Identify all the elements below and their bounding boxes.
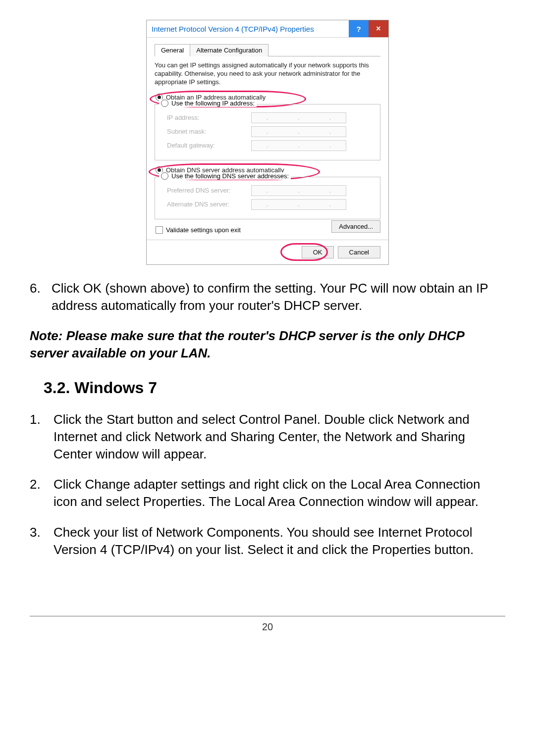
label-ip-address: IP address: <box>167 114 251 121</box>
advanced-button[interactable]: Advanced... <box>331 220 380 233</box>
radio-icon <box>161 100 168 107</box>
label-alternate-dns: Alternate DNS server: <box>167 201 251 208</box>
ipv4-properties-dialog: Internet Protocol Version 4 (TCP/IPv4) P… <box>146 20 389 265</box>
checkbox-label: Validate settings upon exit <box>166 226 241 234</box>
radio-use-following-dns[interactable]: Use the following DNS server addresses: <box>171 172 289 180</box>
label-default-gateway: Default gateway: <box>167 142 251 149</box>
input-ip-address[interactable]: ... <box>251 112 346 123</box>
list-text: Click Change adapter settings and right … <box>52 476 505 510</box>
list-number: 6. <box>30 280 52 314</box>
input-alternate-dns[interactable]: ... <box>251 199 346 210</box>
dialog-titlebar: Internet Protocol Version 4 (TCP/IPv4) P… <box>147 20 388 38</box>
input-preferred-dns[interactable]: ... <box>251 185 346 196</box>
page-number: 20 <box>262 621 273 632</box>
dialog-title: Internet Protocol Version 4 (TCP/IPv4) P… <box>147 25 349 33</box>
doc-step-2: 2. Click Change adapter settings and rig… <box>30 476 505 510</box>
doc-step-6: 6. Click OK (shown above) to confirm the… <box>30 280 505 314</box>
input-default-gateway[interactable]: ... <box>251 140 346 151</box>
list-text: Click OK (shown above) to confirm the se… <box>52 280 505 314</box>
radio-icon <box>161 172 168 180</box>
list-number: 2. <box>30 476 52 510</box>
list-text: Check your list of Network Components. Y… <box>52 524 505 558</box>
dns-manual-group: Use the following DNS server addresses: … <box>155 177 380 219</box>
label-subnet-mask: Subnet mask: <box>167 128 251 135</box>
close-button[interactable]: × <box>369 20 388 37</box>
tab-alternate-configuration[interactable]: Alternate Configuration <box>190 44 268 56</box>
ok-button[interactable]: OK <box>302 246 334 258</box>
cancel-button[interactable]: Cancel <box>338 246 380 258</box>
radio-use-following-ip[interactable]: Use the following IP address: <box>171 100 255 107</box>
doc-step-1: 1. Click the Start button and select Con… <box>30 411 505 463</box>
checkbox-icon <box>156 226 163 234</box>
page-footer: 20 <box>30 616 505 653</box>
ip-manual-group: Use the following IP address: IP address… <box>155 104 380 160</box>
list-number: 3. <box>30 524 52 558</box>
dialog-description: You can get IP settings assigned automat… <box>155 61 380 87</box>
list-text: Click the Start button and select Contro… <box>52 411 505 463</box>
input-subnet-mask[interactable]: ... <box>251 126 346 137</box>
help-button[interactable]: ? <box>349 20 369 37</box>
doc-heading-3-2: 3.2. Windows 7 <box>44 379 505 397</box>
doc-note: Note: Please make sure that the router's… <box>30 327 505 362</box>
tab-strip: General Alternate Configuration <box>155 44 380 56</box>
tab-general[interactable]: General <box>155 44 190 56</box>
doc-step-3: 3. Check your list of Network Components… <box>30 524 505 558</box>
label-preferred-dns: Preferred DNS server: <box>167 187 251 194</box>
list-number: 1. <box>30 411 52 463</box>
